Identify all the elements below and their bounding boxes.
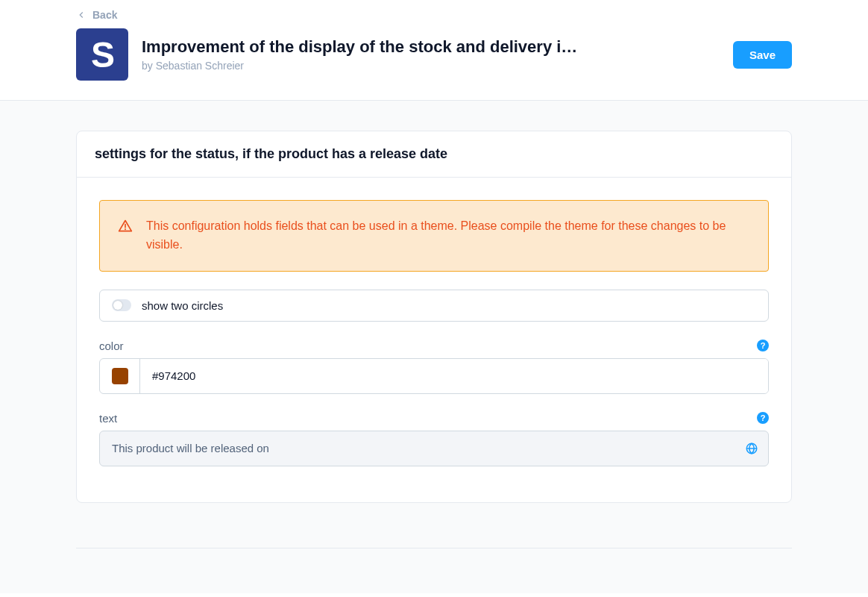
app-logo: S <box>76 28 128 81</box>
theme-compile-alert: This configuration holds fields that can… <box>99 200 769 272</box>
color-swatch-button[interactable] <box>100 359 140 393</box>
localization-button[interactable] <box>743 440 761 457</box>
show-two-circles-row: show two circles <box>99 290 769 322</box>
text-label: text <box>99 412 117 425</box>
text-field: text ? <box>99 412 769 466</box>
author-name: Sebastian Schreier <box>156 60 244 72</box>
page-title: Improvement of the display of the stock … <box>142 37 582 57</box>
back-link[interactable]: Back <box>76 9 117 21</box>
text-help-icon[interactable]: ? <box>757 412 769 424</box>
show-two-circles-label: show two circles <box>142 299 223 312</box>
card-header: settings for the status, if the product … <box>77 131 791 178</box>
byline-prefix: by <box>142 60 156 72</box>
settings-card: settings for the status, if the product … <box>76 131 792 503</box>
globe-icon <box>745 442 758 455</box>
app-logo-letter: S <box>91 34 113 75</box>
color-input[interactable] <box>140 359 768 393</box>
text-input[interactable] <box>100 442 768 454</box>
footer-divider <box>76 548 792 548</box>
arrow-left-icon <box>76 10 87 20</box>
color-label: color <box>99 340 124 352</box>
alert-text: This configuration holds fields that can… <box>146 217 750 254</box>
color-swatch <box>112 368 128 384</box>
byline: by Sebastian Schreier <box>142 60 582 72</box>
back-label: Back <box>92 9 117 21</box>
warning-icon <box>118 219 133 234</box>
color-help-icon[interactable]: ? <box>757 340 769 351</box>
svg-point-1 <box>125 228 126 230</box>
show-two-circles-toggle[interactable] <box>112 299 131 311</box>
color-field: color ? <box>99 340 769 394</box>
save-button[interactable]: Save <box>733 41 792 69</box>
